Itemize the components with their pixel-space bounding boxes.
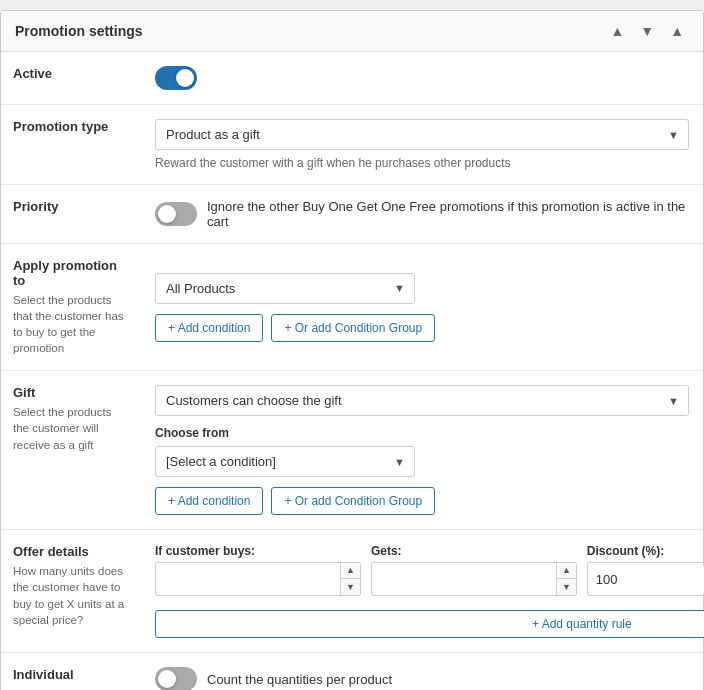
choose-from-select[interactable]: [Select a condition]	[155, 446, 415, 477]
discount-input-wrap: ▲ ▼	[587, 562, 704, 596]
gift-add-group-button[interactable]: + Or add Condition Group	[271, 487, 435, 515]
active-label: Active	[1, 52, 141, 104]
offer-details-label: Offer details How many units does the cu…	[1, 530, 141, 652]
discount-label: Discount (%):	[587, 544, 704, 558]
individual-toggle-row: Count the quantities per product	[155, 667, 689, 690]
active-toggle[interactable]	[155, 66, 197, 90]
gets-spinners: ▲ ▼	[556, 563, 576, 595]
header-controls: ▲ ▼ ▲	[605, 21, 689, 41]
individual-toggle[interactable]	[155, 667, 197, 690]
apply-promotion-row: Apply promotion to Select the products t…	[1, 244, 703, 371]
promotion-type-select-wrap: Product as a gift Discount Buy X Get Y ▼	[155, 119, 689, 150]
individual-row: Individual Count the quantities per prod…	[1, 653, 703, 690]
offer-details-content: If customer buys: ▲ ▼ Gets:	[141, 530, 704, 652]
gets-field: Gets: ▲ ▼	[371, 544, 577, 596]
gets-input-wrap: ▲ ▼	[371, 562, 577, 596]
promotion-settings-panel: Promotion settings ▲ ▼ ▲ Active Promotio…	[0, 10, 704, 690]
promotion-type-label: Promotion type	[1, 105, 141, 184]
gift-content: Customers can choose the gift Specific P…	[141, 371, 703, 529]
priority-label: Priority	[1, 185, 141, 243]
priority-row: Priority Ignore the other Buy One Get On…	[1, 185, 703, 244]
individual-content: Count the quantities per product	[141, 653, 703, 690]
discount-field: Discount (%): ▲ ▼	[587, 544, 704, 596]
apply-btn-group: + Add condition + Or add Condition Group	[155, 314, 689, 342]
gift-row: Gift Select the products the customer wi…	[1, 371, 703, 530]
add-quantity-rule-button[interactable]: + Add quantity rule	[155, 610, 704, 638]
priority-toggle-row: Ignore the other Buy One Get One Free pr…	[155, 199, 689, 229]
apply-promotion-label: Apply promotion to Select the products t…	[1, 244, 141, 370]
toggle-thumb	[176, 69, 194, 87]
gets-up-button[interactable]: ▲	[557, 563, 576, 579]
apply-add-group-button[interactable]: + Or add Condition Group	[271, 314, 435, 342]
if-customer-buys-input-wrap: ▲ ▼	[155, 562, 361, 596]
apply-add-condition-button[interactable]: + Add condition	[155, 314, 263, 342]
gets-down-button[interactable]: ▼	[557, 579, 576, 595]
gift-btn-group: + Add condition + Or add Condition Group	[155, 487, 689, 515]
gets-input[interactable]	[372, 566, 556, 593]
if-customer-buys-input[interactable]	[156, 566, 340, 593]
apply-promotion-content: All Products Specific Products Categorie…	[141, 244, 703, 370]
individual-label: Individual	[1, 653, 141, 690]
gift-type-select[interactable]: Customers can choose the gift Specific P…	[155, 385, 689, 416]
apply-product-select[interactable]: All Products Specific Products Categorie…	[155, 273, 415, 304]
active-toggle-wrap	[155, 66, 689, 90]
apply-section: All Products Specific Products Categorie…	[155, 273, 689, 342]
discount-input[interactable]	[588, 566, 704, 593]
collapse-down-button[interactable]: ▼	[635, 21, 659, 41]
apply-product-select-wrap: All Products Specific Products Categorie…	[155, 273, 415, 304]
choose-from-select-wrap: [Select a condition] ▼	[155, 446, 415, 477]
promotion-type-row: Promotion type Product as a gift Discoun…	[1, 105, 703, 185]
priority-toggle-thumb	[158, 205, 176, 223]
priority-content: Ignore the other Buy One Get One Free pr…	[141, 185, 703, 243]
panel-title: Promotion settings	[15, 23, 143, 39]
collapse-up-button[interactable]: ▲	[605, 21, 629, 41]
panel-header: Promotion settings ▲ ▼ ▲	[1, 11, 703, 52]
promotion-type-select[interactable]: Product as a gift Discount Buy X Get Y	[155, 119, 689, 150]
gets-label: Gets:	[371, 544, 577, 558]
if-customer-buys-spinners: ▲ ▼	[340, 563, 360, 595]
gift-label: Gift Select the products the customer wi…	[1, 371, 141, 529]
active-row: Active	[1, 52, 703, 105]
active-content	[141, 52, 703, 104]
if-customer-buys-field: If customer buys: ▲ ▼	[155, 544, 361, 596]
if-customer-buys-up-button[interactable]: ▲	[341, 563, 360, 579]
promotion-type-hint: Reward the customer with a gift when he …	[155, 156, 689, 170]
individual-text: Count the quantities per product	[207, 672, 392, 687]
expand-button[interactable]: ▲	[665, 21, 689, 41]
if-customer-buys-label: If customer buys:	[155, 544, 361, 558]
priority-text: Ignore the other Buy One Get One Free pr…	[207, 199, 689, 229]
gift-add-condition-button[interactable]: + Add condition	[155, 487, 263, 515]
gift-type-select-wrap: Customers can choose the gift Specific P…	[155, 385, 689, 416]
offer-fields-grid: If customer buys: ▲ ▼ Gets:	[155, 544, 704, 596]
if-customer-buys-down-button[interactable]: ▼	[341, 579, 360, 595]
promotion-type-content: Product as a gift Discount Buy X Get Y ▼…	[141, 105, 703, 184]
offer-details-row: Offer details How many units does the cu…	[1, 530, 703, 653]
choose-from-label: Choose from	[155, 426, 689, 440]
priority-toggle[interactable]	[155, 202, 197, 226]
